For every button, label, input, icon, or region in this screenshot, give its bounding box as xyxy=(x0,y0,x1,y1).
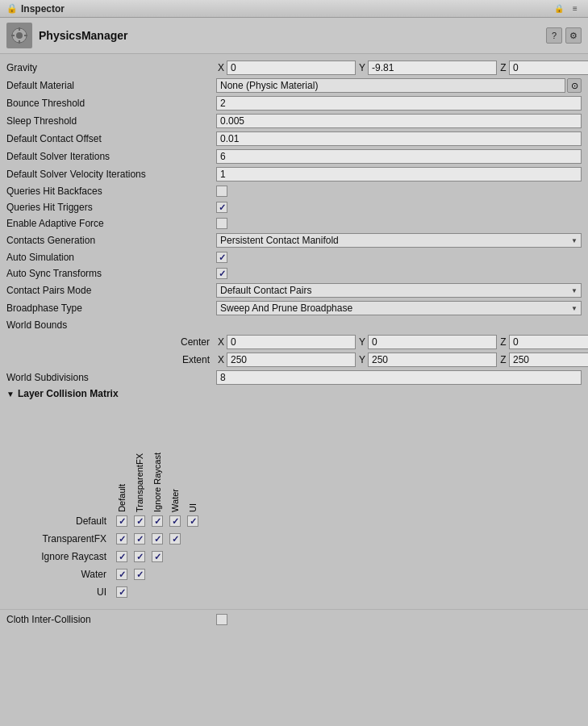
bounce-threshold-row: Bounce Threshold xyxy=(0,94,588,112)
matrix-cell-ui-default[interactable] xyxy=(116,586,127,598)
enable-adaptive-force-row: Enable Adaptive Force xyxy=(0,215,588,232)
settings-button[interactable]: ⚙ xyxy=(565,27,582,44)
world-bounds-center-label: Center xyxy=(6,336,216,348)
sleep-threshold-input[interactable] xyxy=(216,114,582,128)
layer-collision-arrow: ▼ xyxy=(6,390,15,398)
matrix-row-transparentfx-label: TransparentFX xyxy=(16,533,113,544)
matrix-cell-default-default[interactable] xyxy=(116,515,127,527)
world-bounds-extent-x[interactable] xyxy=(227,353,356,367)
contacts-generation-label: Contacts Generation xyxy=(6,235,216,246)
bounce-threshold-input[interactable] xyxy=(216,96,582,111)
broadphase-type-dropdown[interactable]: Sweep And Prune Broadphase ▼ xyxy=(216,301,582,315)
default-contact-offset-input[interactable] xyxy=(216,131,582,146)
matrix-cell-ignoreraycast-ignoreraycast[interactable] xyxy=(152,551,163,562)
matrix-row-water: Water xyxy=(16,565,582,583)
queries-hit-backfaces-checkbox[interactable] xyxy=(216,186,227,197)
world-bounds-extent-value: X Y Z xyxy=(216,353,588,367)
world-bounds-extent-row: Extent X Y Z xyxy=(0,351,588,369)
title-bar: 🔒 Inspector 🔒 ≡ xyxy=(0,0,588,18)
matrix-cell-default-ignoreraycast[interactable] xyxy=(152,515,163,527)
matrix-cell-transparentfx-default[interactable] xyxy=(116,533,127,544)
default-contact-offset-label: Default Contact Offset xyxy=(6,133,216,144)
default-solver-iterations-row: Default Solver Iterations xyxy=(0,148,588,165)
matrix-row-default-label: Default xyxy=(16,515,113,527)
contact-pairs-mode-row: Contact Pairs Mode Default Contact Pairs… xyxy=(0,282,588,299)
default-solver-iterations-input[interactable] xyxy=(216,149,582,164)
cloth-inter-collision-checkbox[interactable] xyxy=(216,614,227,625)
world-bounds-center-y[interactable] xyxy=(368,335,497,349)
matrix-cell-ignoreraycast-default[interactable] xyxy=(116,551,127,562)
menu-icon[interactable]: ≡ xyxy=(569,2,582,15)
layer-collision-matrix-header[interactable]: ▼ Layer Collision Matrix xyxy=(0,386,588,401)
inspector-header: PhysicsManager ? ⚙ xyxy=(0,18,588,54)
matrix-cell-transparentfx-water[interactable] xyxy=(169,533,181,544)
col-label-ui: UI xyxy=(184,503,202,512)
matrix-cell-default-transparentfx[interactable] xyxy=(134,515,145,527)
world-subdivisions-label: World Subdivisions xyxy=(6,372,216,383)
queries-hit-backfaces-label: Queries Hit Backfaces xyxy=(6,186,216,197)
gravity-x-input[interactable] xyxy=(227,60,356,75)
broadphase-type-label: Broadphase Type xyxy=(6,302,216,314)
enable-adaptive-force-checkbox[interactable] xyxy=(216,218,227,229)
world-bounds-extent-y[interactable] xyxy=(368,353,497,367)
contacts-generation-dropdown[interactable]: Persistent Contact Manifold ▼ xyxy=(216,233,582,248)
world-subdivisions-row: World Subdivisions xyxy=(0,369,588,386)
matrix-row-ignoreraycast-label: Ignore Raycast xyxy=(16,551,113,562)
broadphase-type-row: Broadphase Type Sweep And Prune Broadpha… xyxy=(0,299,588,317)
contact-pairs-mode-dropdown[interactable]: Default Contact Pairs ▼ xyxy=(216,283,582,298)
col-label-default: Default xyxy=(113,484,131,512)
matrix-row-water-label: Water xyxy=(16,569,113,580)
matrix-cell-ignoreraycast-transparentfx[interactable] xyxy=(134,551,145,562)
auto-simulation-checkbox[interactable] xyxy=(216,252,227,263)
matrix-cell-transparentfx-ignoreraycast[interactable] xyxy=(152,533,163,544)
default-material-picker[interactable]: ⊙ xyxy=(567,78,582,93)
world-bounds-extent-z[interactable] xyxy=(509,353,588,367)
auto-simulation-row: Auto Simulation xyxy=(0,249,588,265)
matrix-cell-water-transparentfx[interactable] xyxy=(134,569,145,580)
contacts-generation-arrow: ▼ xyxy=(571,237,578,244)
matrix-cell-transparentfx-transparentfx[interactable] xyxy=(134,533,145,544)
world-bounds-center-x[interactable] xyxy=(227,335,356,349)
auto-sync-transforms-row: Auto Sync Transforms xyxy=(0,265,588,282)
auto-simulation-label: Auto Simulation xyxy=(6,252,216,263)
component-icon xyxy=(6,23,32,48)
auto-sync-transforms-checkbox[interactable] xyxy=(216,268,227,279)
world-bounds-center-value: X Y Z xyxy=(216,335,588,349)
contact-pairs-arrow: ▼ xyxy=(571,287,578,294)
gravity-y-input[interactable] xyxy=(368,60,497,75)
layer-collision-label: Layer Collision Matrix xyxy=(18,388,119,399)
world-subdivisions-input[interactable] xyxy=(216,370,582,385)
gravity-z-input[interactable] xyxy=(509,60,588,75)
inspector-title: Inspector xyxy=(21,3,65,15)
col-label-transparentfx: TransparentFX xyxy=(131,453,148,512)
gravity-z-label: Z xyxy=(498,62,508,73)
default-contact-offset-row: Default Contact Offset xyxy=(0,130,588,148)
default-material-dropdown[interactable]: None (Physic Material) xyxy=(216,78,565,93)
gravity-y-label: Y xyxy=(357,62,367,73)
matrix-row-ui-label: UI xyxy=(16,586,113,598)
default-solver-velocity-label: Default Solver Velocity Iterations xyxy=(6,169,216,180)
matrix-cell-default-ui[interactable] xyxy=(187,515,198,527)
world-bounds-center-row: Center X Y Z xyxy=(0,333,588,351)
queries-hit-triggers-row: Queries Hit Triggers xyxy=(0,199,588,215)
lock-icon[interactable]: 🔒 xyxy=(553,2,565,15)
matrix-cell-water-default[interactable] xyxy=(116,569,127,580)
matrix-cell-default-water[interactable] xyxy=(169,515,181,527)
world-bounds-row: World Bounds xyxy=(0,317,588,333)
broadphase-type-arrow: ▼ xyxy=(571,305,578,312)
help-button[interactable]: ? xyxy=(546,27,562,44)
gravity-x-label: X xyxy=(216,62,226,73)
svg-point-1 xyxy=(16,32,23,39)
queries-hit-triggers-checkbox[interactable] xyxy=(216,202,227,213)
bottom-divider xyxy=(0,609,588,610)
cloth-inter-collision-label: Cloth Inter-Collision xyxy=(6,614,216,625)
world-bounds-extent-label: Extent xyxy=(6,354,216,365)
default-solver-iterations-label: Default Solver Iterations xyxy=(6,151,216,162)
auto-sync-transforms-label: Auto Sync Transforms xyxy=(6,268,216,279)
matrix-row-ui: UI xyxy=(16,583,582,601)
world-bounds-center-z[interactable] xyxy=(509,335,588,349)
queries-hit-backfaces-row: Queries Hit Backfaces xyxy=(0,183,588,199)
default-solver-velocity-input[interactable] xyxy=(216,167,582,182)
default-material-label: Default Material xyxy=(6,80,216,91)
default-material-row: Default Material None (Physic Material) … xyxy=(0,77,588,94)
